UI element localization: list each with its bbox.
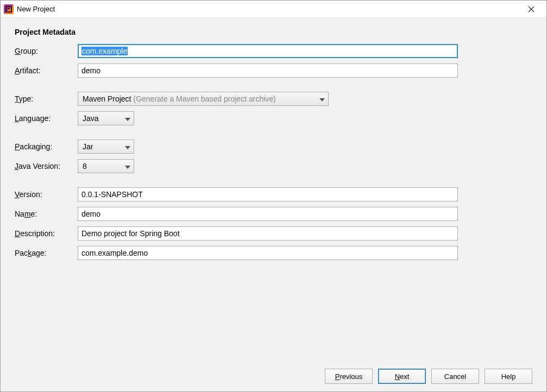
new-project-dialog: New Project Project Metadata Group: com.… <box>0 0 547 392</box>
description-input[interactable]: Demo project for Spring Boot <box>78 226 458 241</box>
help-button[interactable]: Help <box>485 369 532 384</box>
chevron-down-icon <box>125 142 130 151</box>
name-input[interactable]: demo <box>78 207 458 221</box>
label-group: Group: <box>15 47 76 55</box>
close-button[interactable] <box>520 2 542 17</box>
label-packaging: Packaging: <box>15 142 76 151</box>
client-area: Project Metadata Group: com.example Arti… <box>1 18 546 391</box>
label-type: Type: <box>15 94 76 103</box>
language-select[interactable]: Java <box>78 111 134 125</box>
label-java-version: Java Version: <box>15 162 76 170</box>
section-heading: Project Metadata <box>15 28 532 36</box>
intellij-icon <box>4 4 14 14</box>
type-select[interactable]: Maven Project (Generate a Maven based pr… <box>78 92 329 106</box>
chevron-down-icon <box>319 94 325 103</box>
artifact-input[interactable]: demo <box>78 64 458 78</box>
window-title: New Project <box>17 5 55 13</box>
chevron-down-icon <box>125 162 130 170</box>
dialog-buttons: Previous Next Cancel Help <box>15 362 532 384</box>
java-version-select[interactable]: 8 <box>78 159 134 173</box>
group-input[interactable]: com.example <box>78 44 458 58</box>
label-language: Language: <box>15 114 76 123</box>
chevron-down-icon <box>125 114 130 123</box>
packaging-select[interactable]: Jar <box>78 140 134 154</box>
form: Group: com.example Artifact: demo Type: … <box>15 44 532 260</box>
next-button[interactable]: Next <box>378 369 426 384</box>
label-package: Package: <box>15 249 76 257</box>
package-input[interactable]: com.example.demo <box>78 246 458 260</box>
titlebar: New Project <box>1 1 546 18</box>
close-icon <box>528 6 535 12</box>
label-description: Description: <box>15 229 76 238</box>
label-artifact: Artifact: <box>15 66 76 75</box>
cancel-button[interactable]: Cancel <box>431 369 479 384</box>
label-version: Version: <box>15 190 76 199</box>
previous-button[interactable]: Previous <box>325 369 373 384</box>
label-name: Name: <box>15 210 76 218</box>
version-input[interactable]: 0.0.1-SNAPSHOT <box>78 187 458 201</box>
